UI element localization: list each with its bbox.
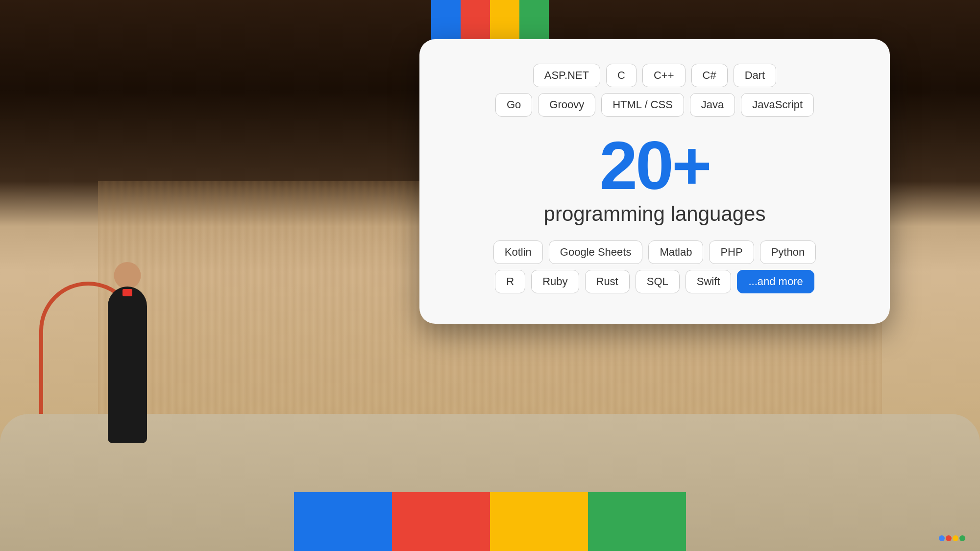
bottom-rows: Kotlin Google Sheets Matlab PHP Python R… [449, 240, 860, 293]
language-row-3: Kotlin Google Sheets Matlab PHP Python [449, 240, 860, 264]
google-dot-red [946, 535, 952, 541]
floor-strips [294, 492, 686, 551]
strip-green [588, 492, 686, 551]
lang-sql: SQL [636, 270, 680, 293]
google-dot-blue [939, 535, 945, 541]
language-row-1: ASP.NET C C++ C# Dart [449, 64, 860, 87]
lang-swift: Swift [686, 270, 732, 293]
lang-javascript: JavaScript [741, 93, 814, 117]
language-row-4: R Ruby Rust SQL Swift ...and more [449, 270, 860, 293]
strip-red [392, 492, 490, 551]
google-logo [939, 535, 965, 541]
lang-cpp: C++ [642, 64, 686, 87]
google-dot-green [959, 535, 965, 541]
count-display: 20+ programming languages [449, 131, 860, 226]
presenter-collar [122, 289, 132, 296]
lang-htmlcss: HTML / CSS [601, 93, 684, 117]
main-card: ASP.NET C C++ C# Dart Go Groovy HTML / C… [419, 39, 890, 324]
lang-c: C [606, 64, 637, 87]
presenter-body [108, 287, 147, 443]
language-row-2: Go Groovy HTML / CSS Java JavaScript [449, 93, 860, 117]
lang-googlesheets: Google Sheets [549, 240, 643, 264]
lang-r: R [495, 270, 525, 293]
lang-dart: Dart [734, 64, 777, 87]
lang-ruby: Ruby [531, 270, 579, 293]
lang-and-more[interactable]: ...and more [737, 270, 814, 293]
count-label: programming languages [449, 202, 860, 226]
lang-matlab: Matlab [648, 240, 703, 264]
lang-java: Java [690, 93, 735, 117]
lang-kotlin: Kotlin [493, 240, 543, 264]
lang-python: Python [760, 240, 816, 264]
presenter [108, 287, 147, 443]
lang-php: PHP [709, 240, 754, 264]
lang-rust: Rust [585, 270, 630, 293]
lang-go: Go [495, 93, 532, 117]
presenter-head [114, 262, 141, 289]
google-dot-yellow [953, 535, 958, 541]
lang-csharp: C# [691, 64, 728, 87]
lang-groovy: Groovy [538, 93, 595, 117]
count-number: 20+ [449, 131, 860, 200]
lang-aspnet: ASP.NET [533, 64, 600, 87]
strip-yellow [490, 492, 588, 551]
strip-blue [294, 492, 392, 551]
